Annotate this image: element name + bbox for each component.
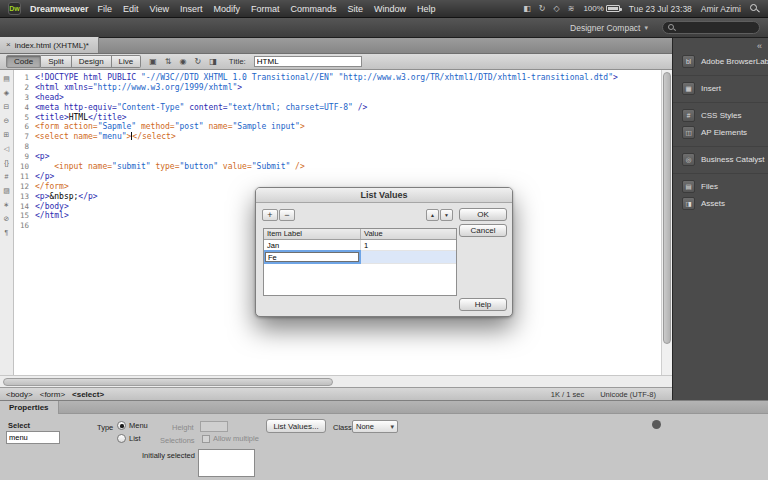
horizontal-scrollbar-thumb[interactable] [3,378,333,386]
close-icon[interactable]: × [6,41,11,49]
menubar-user[interactable]: Amir Azimi [701,4,741,14]
collapse-panels-button[interactable]: « [757,41,762,51]
sidebar-item-css-styles[interactable]: #CSS Styles [673,107,768,124]
remove-comment-icon[interactable]: ⊘ [4,215,10,223]
document-title-input[interactable] [254,56,362,67]
open-documents-icon[interactable]: ▤ [3,75,10,83]
preview-in-browser-icon[interactable]: ◉ [180,57,187,66]
collapse-full-tag-icon[interactable]: ⊟ [4,103,10,111]
menubar-clock[interactable]: Tue 23 Jul 23:38 [629,4,692,14]
wifi-icon[interactable]: ≋ [568,4,575,13]
menu-commands[interactable]: Commands [290,4,336,14]
code-navigator-icon[interactable]: ◈ [4,89,9,97]
collapse-selection-icon[interactable]: ⊖ [4,117,10,125]
sidebar-item-files[interactable]: ▤Files [673,178,768,195]
tag-path-item[interactable]: <select> [72,390,104,399]
sidebar-item-label: Files [701,182,718,191]
code-line: 11</p> [14,172,672,182]
chevron-down-icon: ▾ [644,24,648,32]
type-menu-label: Menu [129,421,148,430]
tag-path-item[interactable]: <body> [6,390,33,399]
move-down-button[interactable]: ▼ [440,209,453,221]
document-tab[interactable]: × index.html (XHTML)* [0,37,99,53]
list-values-button[interactable]: List Values... [266,419,326,433]
sidebar-item-assets[interactable]: ◨Assets [673,195,768,212]
sidebar-item-insert[interactable]: ▦Insert [673,80,768,97]
mode-split-button[interactable]: Split [41,55,72,68]
workspace-switcher[interactable]: Designer Compact ▾ [570,23,648,33]
mode-code-button[interactable]: Code [6,55,41,68]
tag-path-item[interactable]: <form> [40,390,65,399]
class-dropdown[interactable]: None ▾ [352,420,398,433]
css-styles-icon: # [682,109,695,122]
expand-all-icon[interactable]: ⊞ [4,131,10,139]
search-input[interactable] [679,23,754,32]
code-line: 6<form action="Sapmle" method="post" nam… [14,122,672,132]
application-bar: Designer Compact ▾ [0,18,768,38]
menu-file[interactable]: File [98,4,113,14]
menu-view[interactable]: View [150,4,169,14]
menu-modify[interactable]: Modify [213,4,240,14]
battery-menu[interactable]: 100% [583,4,619,13]
line-number: 16 [14,221,35,231]
menu-window[interactable]: Window [374,4,406,14]
properties-tab[interactable]: Properties [0,401,59,414]
sidebar-item-adobe-browserlab[interactable]: blAdobe BrowserLab [673,53,768,70]
app-menu[interactable]: Dreamweaver [30,4,89,14]
code-text: <head> [35,93,64,103]
code-text: <p>&nbsp;</p> [35,192,98,202]
ok-button[interactable]: OK [459,208,507,221]
file-management-icon[interactable]: ⇅ [165,57,172,66]
vertical-scrollbar[interactable] [661,70,672,375]
type-list-radio[interactable]: List [117,434,141,443]
menu-site[interactable]: Site [348,4,364,14]
menu-edit[interactable]: Edit [123,4,139,14]
vertical-scrollbar-thumb[interactable] [663,72,671,344]
add-item-button[interactable]: + [262,209,278,221]
sidebar-item-business-catalyst[interactable]: ◎Business Catalyst [673,151,768,168]
cancel-button[interactable]: Cancel [459,224,507,237]
move-up-button[interactable]: ▲ [426,209,439,221]
initially-selected-listbox[interactable] [198,449,255,477]
view-options-icon[interactable]: ◨ [209,57,217,66]
dialog-title-bar[interactable]: List Values [256,188,512,203]
remove-item-button[interactable]: − [279,209,295,221]
type-menu-radio[interactable]: Menu [117,421,148,430]
mode-live-button[interactable]: Live [112,55,142,68]
spotlight-icon[interactable] [750,4,760,14]
select-name-input[interactable] [6,431,60,444]
code-token: "http://www.w3.org/TR/xhtml1/DTD/xhtml1-… [338,73,613,82]
item-label-edit-input[interactable] [265,252,359,262]
apply-comment-icon[interactable]: ∗ [4,201,10,209]
mode-design-button[interactable]: Design [72,55,112,68]
document-tab-bar: × index.html (XHTML)* [0,38,672,54]
app-search-box[interactable] [662,21,760,34]
multiscreen-preview-icon[interactable]: ▣ [149,57,157,66]
highlight-invalid-code-icon[interactable]: ▨ [3,187,10,195]
display-icon[interactable]: ◧ [523,4,531,13]
code-line: 5<title>HTML</title> [14,113,672,123]
chevron-down-icon: ▾ [390,423,394,431]
selections-label: Selections [160,436,195,445]
menu-insert[interactable]: Insert [180,4,203,14]
properties-help-icon[interactable] [652,420,661,429]
code-token: "menu" [98,132,127,141]
dreamweaver-app-icon[interactable]: Dw [8,2,21,15]
line-number: 11 [14,172,35,182]
horizontal-scrollbar[interactable] [0,375,672,387]
refresh-icon[interactable]: ↻ [195,57,202,66]
status-bar: <body><form><select> 1K / 1 sec Unicode … [0,387,672,400]
help-button[interactable]: Help [459,298,507,311]
list-value-row[interactable]: Jan1 [264,240,456,251]
list-value-row-editing[interactable] [264,251,456,264]
sidebar-item-ap-elements[interactable]: ◫AP Elements [673,124,768,141]
bluetooth-icon[interactable]: ◇ [554,4,560,13]
menu-help[interactable]: Help [417,4,436,14]
format-source-code-icon[interactable]: ¶ [5,229,9,237]
menu-format[interactable]: Format [251,4,280,14]
time-machine-icon[interactable]: ↻ [539,4,546,13]
select-parent-tag-icon[interactable]: ◁ [4,145,9,153]
code-token: &nbsp; [49,192,78,201]
balance-braces-icon[interactable]: {} [4,159,9,167]
line-numbers-icon[interactable]: # [5,173,9,181]
